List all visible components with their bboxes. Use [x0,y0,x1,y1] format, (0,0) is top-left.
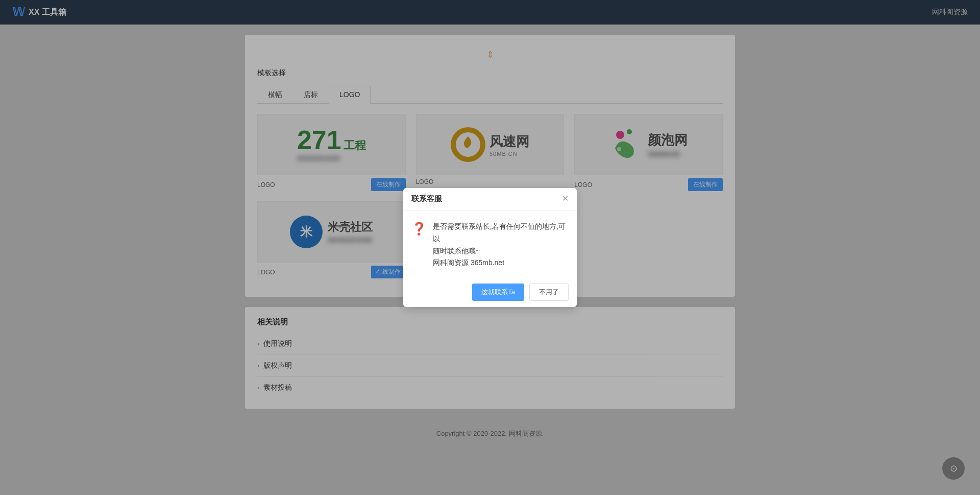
dialog-overlay: 联系客服 ✕ ❓ 是否需要联系站长,若有任何不值的地方,可以 随时联系他哦~ 网… [0,0,980,495]
dialog-message-line3: 网科阁资源 365mb.net [433,258,504,267]
dialog-message-line2: 随时联系他哦~ [433,247,480,255]
dialog-message: 是否需要联系站长,若有任何不值的地方,可以 随时联系他哦~ 网科阁资源 365m… [433,221,569,269]
dialog-cancel-button[interactable]: 不用了 [529,284,569,301]
contact-dialog: 联系客服 ✕ ❓ 是否需要联系站长,若有任何不值的地方,可以 随时联系他哦~ 网… [403,188,577,307]
dialog-close-button[interactable]: ✕ [562,195,569,203]
dialog-message-line1: 是否需要联系站长,若有任何不值的地方,可以 [433,222,566,243]
dialog-header: 联系客服 ✕ [403,188,577,210]
dialog-body: ❓ 是否需要联系站长,若有任何不值的地方,可以 随时联系他哦~ 网科阁资源 36… [403,210,577,277]
dialog-title: 联系客服 [411,194,442,204]
dialog-contact-button[interactable]: 这就联系Ta [472,284,524,301]
dialog-question-icon: ❓ [411,222,427,269]
dialog-footer: 这就联系Ta 不用了 [403,277,577,307]
